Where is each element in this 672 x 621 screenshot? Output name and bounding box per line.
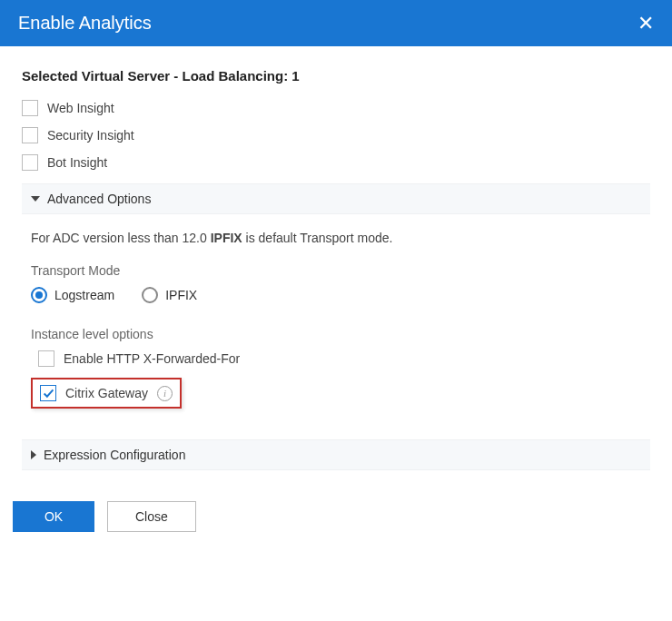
ipfix-radio-label: IPFIX [165,288,197,302]
web-insight-checkbox[interactable] [22,100,38,116]
web-insight-label: Web Insight [47,101,114,115]
instance-level-label: Instance level options [31,327,641,341]
web-insight-row[interactable]: Web Insight [22,100,650,116]
xff-label: Enable HTTP X-Forwarded-For [64,351,240,366]
adc-info-bold: IPFIX [211,231,242,245]
info-icon[interactable]: i [157,386,173,401]
advanced-options-label: Advanced Options [47,192,151,206]
security-insight-checkbox[interactable] [22,127,38,143]
xff-row[interactable]: Enable HTTP X-Forwarded-For [38,350,641,367]
adc-version-info: For ADC version less than 12.0 IPFIX is … [31,231,641,245]
adc-info-prefix: For ADC version less than 12.0 [31,231,211,245]
citrix-gateway-label: Citrix Gateway [65,386,148,400]
transport-mode-label: Transport Mode [31,263,641,278]
expression-config-toggle[interactable]: Expression Configuration [22,439,650,470]
ok-button[interactable]: OK [13,501,94,532]
bot-insight-row[interactable]: Bot Insight [22,154,650,171]
logstream-radio[interactable]: Logstream [31,287,114,303]
selected-server-text: Selected Virtual Server - Load Balancing… [22,68,650,84]
chevron-right-icon [31,450,36,459]
bot-insight-label: Bot Insight [47,155,107,170]
security-insight-row[interactable]: Security Insight [22,127,650,143]
close-icon[interactable]: ✕ [637,14,654,34]
advanced-options-toggle[interactable]: Advanced Options [22,183,650,214]
xff-checkbox[interactable] [38,350,54,367]
adc-info-suffix: is default Transport mode. [242,231,393,245]
bot-insight-checkbox[interactable] [22,154,38,171]
citrix-gateway-highlight: Citrix Gateway i [31,378,182,409]
security-insight-label: Security Insight [47,128,134,143]
close-button[interactable]: Close [107,501,196,532]
logstream-radio-label: Logstream [54,288,114,302]
dialog-title: Enable Analytics [18,13,152,34]
citrix-gateway-checkbox[interactable] [40,385,56,401]
dialog-header: Enable Analytics ✕ [0,0,672,46]
transport-mode-radios: Logstream IPFIX [31,287,641,303]
dialog-footer: OK Close [0,488,672,550]
advanced-options-body: For ADC version less than 12.0 IPFIX is … [22,214,650,418]
chevron-down-icon [31,196,40,202]
radio-icon [31,287,47,303]
radio-icon [142,287,158,303]
expression-config-label: Expression Configuration [44,448,185,462]
ipfix-radio[interactable]: IPFIX [142,287,197,303]
dialog-body: Selected Virtual Server - Load Balancing… [0,46,672,488]
enable-analytics-dialog: Enable Analytics ✕ Selected Virtual Serv… [0,0,672,550]
